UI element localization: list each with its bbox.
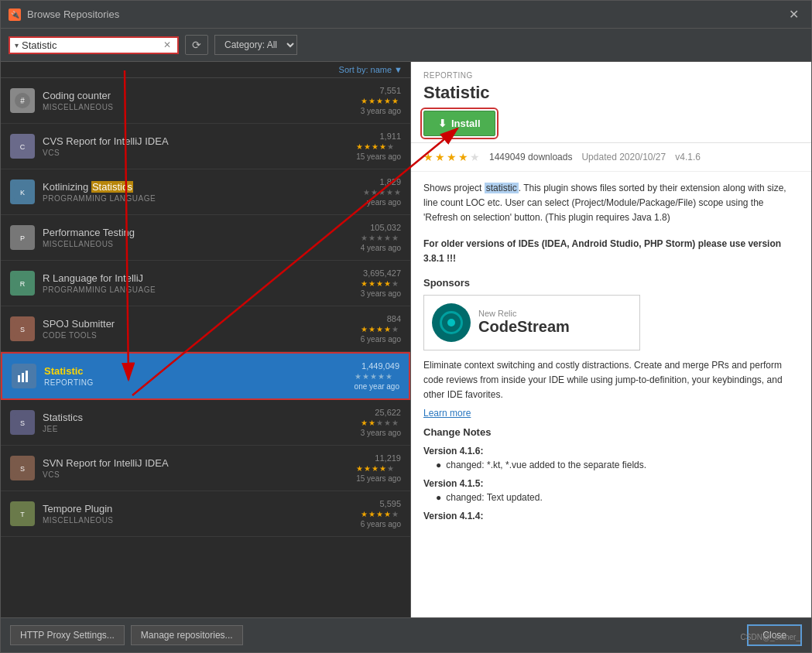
plugin-info: Performance Testing MISCELLANEOUS — [43, 227, 353, 248]
left-panel: Sort by: name ▼ # Coding counter MISCELL… — [1, 62, 411, 617]
star-4: ★ — [386, 188, 393, 197]
clear-search-button[interactable]: ✕ — [162, 39, 173, 50]
star-3: ★ — [376, 325, 383, 333]
star-2: ★ — [371, 188, 378, 197]
detail-star-1: ★ — [423, 151, 433, 163]
plugin-age: 6 years ago — [361, 335, 401, 344]
detail-meta: ★ ★ ★ ★ ★ 1449049 downloads Updated 2020… — [411, 143, 811, 172]
sort-name-button[interactable]: name ▼ — [371, 65, 403, 74]
search-input[interactable] — [22, 39, 159, 51]
install-button[interactable]: ⬇ Install — [423, 111, 495, 136]
sponsor-text: New Relic CodeStream — [478, 309, 570, 336]
detail-star-4: ★ — [458, 151, 468, 163]
plugin-icon: C — [10, 134, 35, 159]
plugin-item-r-language[interactable]: R R Language for IntelliJ PROGRAMMING LA… — [1, 261, 410, 306]
version-416-label: Version 4.1.6: — [423, 446, 799, 456]
plugin-stars: ★ ★ ★ ★ ★ — [355, 372, 399, 381]
app-icon: 🔌 — [9, 9, 21, 21]
plugin-stars: ★ ★ ★ ★ ★ — [361, 97, 401, 105]
window-close-button[interactable]: ✕ — [784, 5, 803, 23]
plugin-item-coding-counter[interactable]: # Coding counter MISCELLANEOUS 7,551 ★ ★… — [1, 78, 410, 124]
bullet-icon: ● — [436, 460, 441, 470]
search-dropdown-icon[interactable]: ▾ — [15, 41, 19, 50]
plugin-item-tempore[interactable]: T Tempore Plugin MISCELLANEOUS 5,595 ★ ★… — [1, 491, 410, 537]
svg-rect-14 — [22, 373, 24, 382]
plugin-info: Coding counter MISCELLANEOUS — [43, 90, 353, 111]
plugin-category: VCS — [43, 470, 348, 479]
svg-rect-13 — [18, 375, 20, 382]
plugin-age: 3 years ago — [361, 429, 401, 437]
plugin-item-kotlinizing[interactable]: K Kotlinizing Statistics PROGRAMMING LAN… — [1, 169, 410, 215]
main-content: Sort by: name ▼ # Coding counter MISCELL… — [1, 62, 811, 617]
plugin-stars: ★ ★ ★ ★ ★ — [361, 325, 401, 333]
detail-downloads: 1449049 downloads — [489, 152, 572, 162]
plugin-icon: P — [10, 225, 35, 250]
svg-text:T: T — [20, 511, 25, 518]
plugin-meta: 1,449,049 ★ ★ ★ ★ ★ one year ago — [355, 361, 399, 391]
plugin-info: CVS Report for IntelliJ IDEA VCS — [43, 135, 348, 157]
star-4: ★ — [384, 279, 391, 288]
plugin-meta: 1,911 ★ ★ ★ ★ ★ 15 years ago — [356, 132, 401, 161]
sponsor-learn-more-link[interactable]: Learn more — [423, 408, 471, 419]
svg-rect-15 — [26, 371, 28, 382]
sponsor-box: New Relic CodeStream — [423, 295, 640, 350]
sponsor-description: Eliminate context switching and costly d… — [423, 358, 799, 403]
install-icon: ⬇ — [438, 118, 447, 129]
sponsor-name-small: New Relic — [478, 309, 570, 318]
plugin-age: years ago — [363, 198, 401, 207]
plugin-name: SVN Report for IntelliJ IDEA — [43, 457, 348, 469]
plugin-age: 4 years ago — [361, 244, 401, 252]
sort-bar: Sort by: name ▼ — [1, 62, 410, 78]
manage-repositories-button[interactable]: Manage repositories... — [131, 625, 243, 645]
star-2: ★ — [368, 419, 375, 427]
svg-text:R: R — [20, 280, 26, 288]
star-4: ★ — [384, 510, 391, 518]
plugin-category: PROGRAMMING LANGUAGE — [43, 194, 355, 203]
star-2: ★ — [368, 510, 375, 518]
refresh-button[interactable]: ⟳ — [185, 35, 208, 55]
detail-header: REPORTING Statistic ⬇ Install — [411, 62, 811, 143]
plugin-item-statistics[interactable]: S Statistics JEE 25,622 ★ ★ ★ ★ ★ — [1, 400, 410, 446]
detail-title: Statistic — [423, 83, 799, 103]
star-4: ★ — [379, 464, 386, 473]
version-414-label: Version 4.1.4: — [423, 511, 799, 521]
plugin-item-cvs-report[interactable]: C CVS Report for IntelliJ IDEA VCS 1,911… — [1, 124, 410, 169]
plugin-name: Performance Testing — [43, 227, 353, 238]
statistic-highlight: statistic — [485, 183, 519, 193]
star-1: ★ — [355, 372, 361, 381]
star-1: ★ — [361, 510, 368, 518]
plugin-stars: ★ ★ ★ ★ ★ — [361, 510, 401, 518]
plugin-age: 3 years ago — [361, 107, 401, 115]
plugin-meta: 884 ★ ★ ★ ★ ★ 6 years ago — [361, 314, 401, 344]
plugin-name: Statistic — [44, 365, 347, 377]
change-text: changed: *.kt, *.vue added to the separa… — [446, 460, 646, 470]
plugin-name: R Language for IntelliJ — [43, 272, 353, 284]
version-415-label: Version 4.1.5: — [423, 478, 799, 489]
plugin-info: SVN Report for IntelliJ IDEA VCS — [43, 457, 348, 479]
browse-repositories-window: 🔌 Browse Repositories ✕ ▾ ✕ ⟳ Category: … — [0, 0, 812, 653]
star-2: ★ — [368, 234, 375, 242]
plugin-downloads: 5,595 — [361, 499, 401, 508]
http-proxy-button[interactable]: HTTP Proxy Settings... — [10, 625, 125, 645]
plugin-category: MISCELLANEOUS — [43, 240, 353, 248]
star-5: ★ — [392, 419, 399, 427]
plugin-downloads: 3,695,427 — [361, 268, 401, 278]
plugin-item-statistic[interactable]: Statistic REPORTING 1,449,049 ★ ★ ★ ★ ★ … — [1, 352, 410, 400]
plugin-age: 3 years ago — [361, 289, 401, 298]
plugin-stars: ★ ★ ★ ★ ★ — [361, 419, 401, 427]
detail-body: Shows project statistic. This plugin sho… — [411, 172, 811, 617]
star-1: ★ — [361, 279, 368, 288]
plugin-age: one year ago — [355, 382, 399, 391]
sponsor-icon-inner — [440, 311, 463, 334]
plugin-icon — [12, 364, 36, 388]
star-5: ★ — [392, 234, 399, 242]
star-1: ★ — [361, 325, 368, 333]
plugin-item-svn-report[interactable]: S SVN Report for IntelliJ IDEA VCS 11,21… — [1, 446, 410, 491]
star-5: ★ — [392, 510, 399, 518]
category-select[interactable]: Category: All — [214, 35, 297, 55]
right-panel: REPORTING Statistic ⬇ Install ★ ★ ★ ★ ★ … — [411, 62, 811, 617]
plugin-item-performance[interactable]: P Performance Testing MISCELLANEOUS 105,… — [1, 215, 410, 261]
plugin-name: SPOJ Submitter — [43, 318, 353, 330]
plugin-category: PROGRAMMING LANGUAGE — [43, 285, 353, 294]
plugin-item-spoj[interactable]: S SPOJ Submitter CODE TOOLS 884 ★ ★ ★ ★ — [1, 306, 410, 352]
